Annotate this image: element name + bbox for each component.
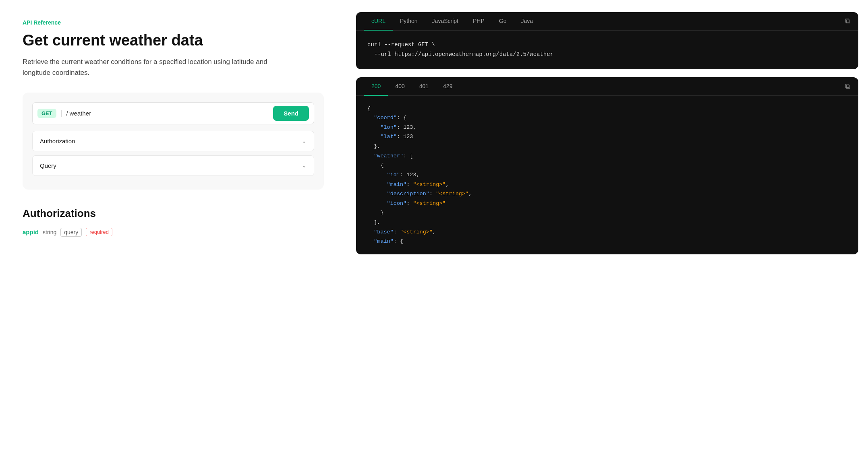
code-block: cURL Python JavaScript PHP Go Java ⧉ cur… xyxy=(356,12,858,69)
tab-429[interactable]: 429 xyxy=(436,77,460,96)
copy-icon[interactable]: ⧉ xyxy=(845,17,850,25)
chevron-down-icon: ⌄ xyxy=(302,162,307,169)
tab-401[interactable]: 401 xyxy=(412,77,436,96)
tab-go[interactable]: Go xyxy=(492,12,514,31)
tab-curl[interactable]: cURL xyxy=(364,12,393,31)
param-row: appid string query required xyxy=(23,228,324,237)
tab-javascript[interactable]: JavaScript xyxy=(425,12,466,31)
left-panel: API Reference Get current weather data R… xyxy=(0,0,346,456)
tab-python[interactable]: Python xyxy=(393,12,425,31)
api-reference-label: API Reference xyxy=(23,19,324,26)
authorizations-title: Authorizations xyxy=(23,207,324,220)
code-tabs: cURL Python JavaScript PHP Go Java ⧉ xyxy=(356,12,858,31)
tab-java[interactable]: Java xyxy=(514,12,540,31)
param-type: string xyxy=(43,229,56,235)
query-label: Query xyxy=(40,162,56,169)
response-copy-icon[interactable]: ⧉ xyxy=(845,82,850,91)
response-tabs: 200 400 401 429 ⧉ xyxy=(356,77,858,96)
endpoint-path: / weather xyxy=(66,110,269,117)
param-name: appid xyxy=(23,229,39,235)
send-button[interactable]: Send xyxy=(273,106,309,121)
tab-200[interactable]: 200 xyxy=(364,77,388,96)
right-panel: cURL Python JavaScript PHP Go Java ⧉ cur… xyxy=(346,0,868,456)
endpoint-row: GET | / weather Send xyxy=(32,102,314,124)
authorizations-section: Authorizations appid string query requir… xyxy=(23,207,324,237)
authorization-accordion[interactable]: Authorization ⌄ xyxy=(32,131,314,151)
code-body: curl --request GET \ --url https://api.o… xyxy=(356,31,858,69)
query-accordion[interactable]: Query ⌄ xyxy=(32,155,314,176)
param-location: query xyxy=(60,228,82,237)
tab-php[interactable]: PHP xyxy=(466,12,492,31)
page-title: Get current weather data xyxy=(23,31,324,50)
response-block: 200 400 401 429 ⧉ { "coord": { "lon": 12… xyxy=(356,77,858,254)
response-body: { "coord": { "lon": 123, "lat": 123 }, "… xyxy=(356,96,858,254)
endpoint-divider: | xyxy=(60,109,62,118)
request-box: GET | / weather Send Authorization ⌄ Que… xyxy=(23,93,324,190)
page-description: Retrieve the current weather conditions … xyxy=(23,56,272,78)
param-required: required xyxy=(86,228,112,236)
authorization-label: Authorization xyxy=(40,138,75,144)
tab-400[interactable]: 400 xyxy=(388,77,412,96)
method-badge: GET xyxy=(37,109,56,118)
chevron-down-icon: ⌄ xyxy=(302,138,307,144)
